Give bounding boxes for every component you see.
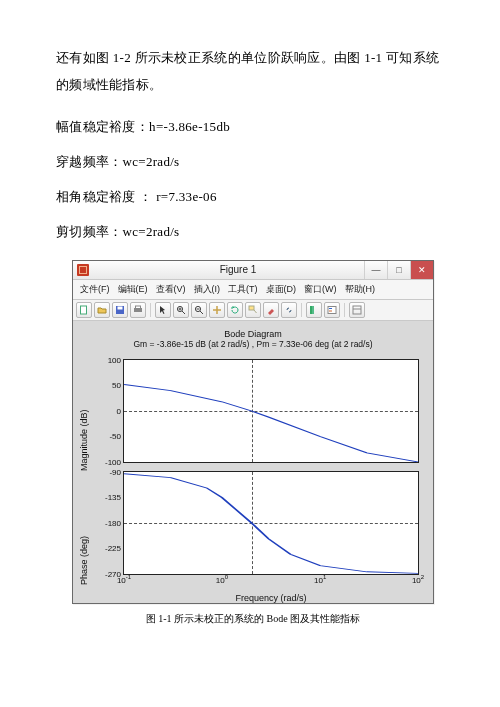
zoom-in-icon[interactable]	[173, 302, 189, 318]
svg-line-6	[182, 311, 185, 314]
phase-curve	[124, 472, 418, 574]
magnitude-ylabel: Magnitude (dB)	[79, 459, 89, 471]
svg-rect-2	[118, 306, 123, 309]
mag-ytick: 100	[108, 355, 121, 364]
svg-rect-14	[310, 306, 312, 314]
svg-rect-19	[353, 306, 361, 314]
phase-ylabel: Phase (deg)	[79, 573, 89, 585]
menu-tools[interactable]: 工具(T)	[225, 282, 261, 297]
toolbar	[73, 300, 433, 321]
svg-line-10	[200, 311, 203, 314]
minimize-button[interactable]: ―	[364, 261, 387, 279]
menu-edit[interactable]: 编辑(E)	[115, 282, 151, 297]
svg-line-13	[254, 310, 257, 313]
plot-title: Bode Diagram	[79, 329, 427, 339]
mag-ytick: 50	[112, 381, 121, 390]
pan-icon[interactable]	[209, 302, 225, 318]
phase-ytick: -225	[105, 544, 121, 553]
brush-icon[interactable]	[263, 302, 279, 318]
rotate-icon[interactable]	[227, 302, 243, 318]
save-icon[interactable]	[112, 302, 128, 318]
maximize-button[interactable]: □	[387, 261, 410, 279]
menu-window[interactable]: 窗口(W)	[301, 282, 340, 297]
phase-ytick: -135	[105, 493, 121, 502]
svg-rect-0	[81, 306, 87, 314]
menubar: 文件(F) 编辑(E) 查看(V) 插入(I) 工具(T) 桌面(D) 窗口(W…	[73, 280, 433, 300]
mag-ytick: -100	[105, 457, 121, 466]
magnitude-axes: 100 50 0 -50 -100	[123, 359, 419, 463]
zoom-out-icon[interactable]	[191, 302, 207, 318]
legend-icon[interactable]	[324, 302, 340, 318]
mag-ytick: 0	[117, 406, 121, 415]
phase-axes: -90 -135 -180 -225 -270 10-1 100 101 102	[123, 471, 419, 575]
open-icon[interactable]	[94, 302, 110, 318]
print-icon[interactable]	[130, 302, 146, 318]
menu-view[interactable]: 查看(V)	[153, 282, 189, 297]
frequency-xlabel: Frequency (rad/s)	[123, 593, 419, 603]
matlab-app-icon	[77, 264, 89, 276]
titlebar: Figure 1 ― □ ✕	[73, 261, 433, 280]
plot-margins-text: Gm = -3.86e-15 dB (at 2 rad/s) , Pm = 7.…	[79, 339, 427, 349]
body-text: 还有如图 1-2 所示未校正系统的单位阶跃响应。由图 1-1 可知系统的频域性能…	[56, 44, 450, 246]
figure-caption: 图 1-1 所示未校正的系统的 Bode 图及其性能指标	[56, 612, 450, 626]
crossover-freq-line: 穿越频率：wc=2rad/s	[56, 148, 450, 175]
xtick: 102	[412, 574, 424, 585]
gain-crossover-line: 剪切频率：wc=2rad/s	[56, 218, 450, 245]
phase-margin-line: 相角稳定裕度 ： r=7.33e-06	[56, 183, 450, 210]
figure-window: Figure 1 ― □ ✕ 文件(F) 编辑(E) 查看(V) 插入(I) 工…	[72, 260, 434, 604]
svg-rect-15	[312, 306, 314, 314]
mag-ytick: -50	[109, 432, 121, 441]
gain-margin-line: 幅值稳定裕度：h=-3.86e-15db	[56, 113, 450, 140]
colorbar-icon[interactable]	[306, 302, 322, 318]
svg-rect-12	[249, 306, 254, 310]
xtick: 10-1	[117, 574, 131, 585]
plot-area: Bode Diagram Gm = -3.86e-15 dB (at 2 rad…	[73, 321, 433, 603]
datatip-icon[interactable]	[245, 302, 261, 318]
layout-icon[interactable]	[349, 302, 365, 318]
xtick: 100	[216, 574, 228, 585]
phase-ytick: -180	[105, 518, 121, 527]
pointer-icon[interactable]	[155, 302, 171, 318]
menu-help[interactable]: 帮助(H)	[342, 282, 379, 297]
phase-ytick: -90	[109, 467, 121, 476]
close-button[interactable]: ✕	[410, 261, 433, 279]
svg-rect-4	[136, 306, 141, 309]
link-icon[interactable]	[281, 302, 297, 318]
menu-desktop[interactable]: 桌面(D)	[263, 282, 300, 297]
svg-rect-16	[328, 306, 336, 313]
menu-insert[interactable]: 插入(I)	[191, 282, 224, 297]
new-file-icon[interactable]	[76, 302, 92, 318]
intro-paragraph: 还有如图 1-2 所示未校正系统的单位阶跃响应。由图 1-1 可知系统的频域性能…	[56, 44, 450, 99]
xtick: 101	[314, 574, 326, 585]
menu-file[interactable]: 文件(F)	[77, 282, 113, 297]
magnitude-curve	[124, 360, 418, 462]
